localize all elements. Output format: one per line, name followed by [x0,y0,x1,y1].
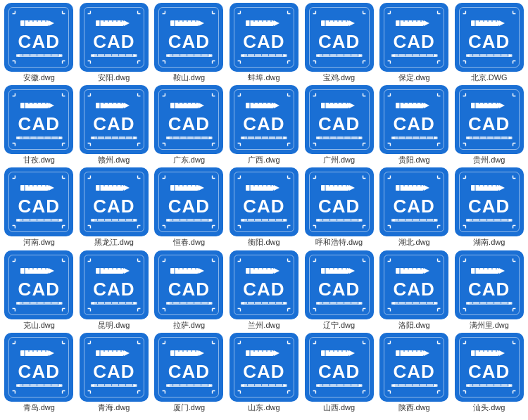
corner-decoration [306,252,372,318]
corner-decoration [381,252,447,318]
file-label: 青岛.dwg [23,403,55,412]
file-label: 青海.dwg [98,403,130,412]
file-label: 贵州.dwg [473,155,505,165]
file-item[interactable]: CAD 广 [228,85,301,165]
file-item[interactable]: CAD 贵 [453,85,525,165]
corner-decoration [156,252,222,318]
cad-icon: CAD [154,167,223,236]
file-item[interactable]: CAD 厦 [153,333,225,412]
file-label: 山东.dwg [248,403,279,412]
cad-icon: CAD [154,250,223,319]
corner-decoration [81,252,147,318]
file-label: 陕西.dwg [398,403,430,412]
cad-icon: CAD [379,3,448,72]
cad-icon: CAD [154,333,223,402]
cad-icon: CAD [455,250,524,319]
file-item[interactable]: CAD 甘 [3,85,75,165]
file-label: 衡阳.dwg [248,238,279,247]
corner-decoration [456,87,522,153]
file-label: 满州里.dwg [470,321,509,330]
file-item[interactable]: CAD 蚌 [228,3,301,82]
cad-icon: CAD [230,3,298,72]
file-item[interactable]: CAD 宝 [303,3,375,82]
file-item[interactable]: CAD 山 [228,333,301,412]
cad-icon: CAD [80,3,149,72]
file-item[interactable]: CAD 满 [453,250,525,330]
cad-icon: CAD [305,333,374,402]
file-label: 甘孜.dwg [23,155,55,165]
corner-decoration [156,334,222,400]
file-label: 蚌埠.dwg [248,73,279,82]
corner-decoration [381,87,447,153]
corner-decoration [381,169,447,235]
corner-decoration [156,4,222,70]
file-item[interactable]: CAD 青 [78,333,151,412]
file-item[interactable]: CAD 辽 [303,250,375,330]
file-item[interactable]: CAD 黑 [78,167,151,247]
file-label: 兰州.dwg [248,321,279,330]
file-item[interactable]: CAD 山 [303,333,375,412]
file-label: 辽宁.dwg [323,321,355,330]
file-item[interactable]: CAD 河 [3,167,75,247]
file-label: 广西.dwg [248,155,279,165]
corner-decoration [6,252,72,318]
file-item[interactable]: CAD 汕 [453,333,525,412]
cad-icon: CAD [154,85,223,154]
corner-decoration [231,169,297,235]
file-item[interactable]: CAD 湖 [378,167,451,247]
file-label: 贵阳.dwg [398,155,430,165]
corner-decoration [231,252,297,318]
file-item[interactable]: CAD 赣 [78,85,151,165]
file-item[interactable]: CAD 衡 [228,167,301,247]
file-item[interactable]: CAD 湖 [453,167,525,247]
cad-icon: CAD [154,3,223,72]
file-item[interactable]: CAD 广 [303,85,375,165]
file-grid: CAD 安 [0,0,528,415]
corner-decoration [81,4,147,70]
file-label: 鞍山.dwg [173,73,205,82]
file-item[interactable]: CAD 陕 [378,333,451,412]
file-label: 北京.DWG [471,73,508,82]
cad-icon: CAD [80,250,149,319]
file-label: 河南.dwg [23,238,55,247]
cad-icon: CAD [80,167,149,236]
file-item[interactable]: CAD 克 [3,250,75,330]
cad-icon: CAD [379,250,448,319]
file-item[interactable]: CAD 兰 [228,250,301,330]
file-item[interactable]: CAD 拉 [153,250,225,330]
corner-decoration [6,334,72,400]
file-item[interactable]: CAD 安 [3,3,75,82]
corner-decoration [456,169,522,235]
cad-icon: CAD [305,167,374,236]
cad-icon: CAD [4,250,73,319]
cad-icon: CAD [4,333,73,402]
cad-icon: CAD [305,3,374,72]
file-item[interactable]: CAD 呼 [303,167,375,247]
corner-decoration [381,334,447,400]
file-label: 山西.dwg [323,403,355,412]
cad-icon: CAD [305,85,374,154]
corner-decoration [306,169,372,235]
file-item[interactable]: CAD 洛 [378,250,451,330]
cad-icon: CAD [455,85,524,154]
file-label: 呼和浩特.dwg [315,238,363,247]
cad-icon: CAD [230,250,298,319]
file-item[interactable]: CAD 鞍 [153,3,225,82]
corner-decoration [156,87,222,153]
corner-decoration [6,87,72,153]
file-item[interactable]: CAD 青 [3,333,75,412]
cad-icon: CAD [80,85,149,154]
file-item[interactable]: CAD 恒 [153,167,225,247]
file-item[interactable]: CAD 贵 [378,85,451,165]
corner-decoration [456,252,522,318]
corner-decoration [231,87,297,153]
cad-icon: CAD [455,333,524,402]
file-item[interactable]: CAD 保 [378,3,451,82]
corner-decoration [81,334,147,400]
file-item[interactable]: CAD 安 [78,3,151,82]
file-item[interactable]: CAD 昆 [78,250,151,330]
cad-icon: CAD [379,333,448,402]
file-item[interactable]: CAD 广 [153,85,225,165]
file-item[interactable]: CAD 北 [453,3,525,82]
cad-icon: CAD [379,167,448,236]
